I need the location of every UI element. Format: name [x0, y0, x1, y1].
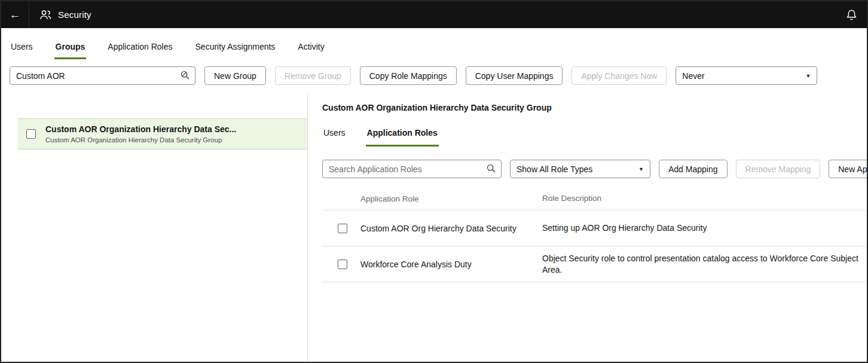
role-description-cell: Object Security role to control presenta… — [542, 253, 867, 276]
apply-schedule-value: Never — [682, 71, 798, 81]
back-button[interactable]: ← — [1, 1, 29, 28]
remove-group-button[interactable]: Remove Group — [275, 66, 351, 85]
group-row-checkbox[interactable] — [26, 129, 36, 139]
group-detail-panel: Custom AOR Organization Hierarchy Data S… — [308, 93, 867, 363]
role-name-cell: Workforce Core Analysis Duty — [360, 260, 542, 269]
group-detail-title: Custom AOR Organization Hierarchy Data S… — [322, 103, 867, 112]
application-roles-table: Application Role Role Description Custom… — [322, 188, 867, 282]
group-item-subtitle: Custom AOR Organization Hierarchy Data S… — [45, 136, 236, 144]
remove-mapping-button[interactable]: Remove Mapping — [736, 160, 821, 178]
chevron-down-icon: ▼ — [638, 166, 644, 172]
role-search-box — [322, 160, 502, 178]
tab-users[interactable]: Users — [10, 33, 34, 59]
main-tab-bar: Users Groups Application Roles Security … — [1, 28, 867, 59]
notifications-bell-icon[interactable] — [846, 9, 857, 21]
chevron-down-icon: ▼ — [805, 73, 811, 79]
header-divider — [29, 1, 29, 28]
tab-groups[interactable]: Groups — [54, 33, 87, 59]
role-description-cell: Setting up AOR Org Hierarchy Data Securi… — [542, 222, 867, 234]
search-icon[interactable] — [486, 163, 497, 174]
app-header: ← Security — [1, 1, 867, 28]
new-application-role-button[interactable]: New Ap — [829, 160, 867, 178]
group-search-box — [10, 66, 195, 85]
apply-schedule-dropdown[interactable]: Never ▼ — [676, 66, 817, 85]
role-type-filter-value: Show All Role Types — [516, 164, 631, 174]
group-list-item-selected[interactable]: Custom AOR Organization Hierarchy Data S… — [18, 118, 307, 150]
security-console-window: ← Security Users Groups Application Role… — [0, 0, 868, 363]
apply-changes-now-button[interactable]: Apply Changes Now — [571, 66, 667, 85]
tab-activity[interactable]: Activity — [297, 33, 325, 59]
content-area: Custom AOR Organization Hierarchy Data S… — [1, 93, 867, 363]
group-search-input[interactable] — [10, 66, 195, 85]
copy-user-mappings-button[interactable]: Copy User Mappings — [466, 66, 563, 85]
group-item-title: Custom AOR Organization Hierarchy Data S… — [45, 124, 236, 134]
role-type-filter-dropdown[interactable]: Show All Role Types ▼ — [510, 160, 650, 178]
detail-tab-bar: Users Application Roles — [322, 122, 867, 147]
detail-tab-application-roles[interactable]: Application Roles — [366, 122, 439, 147]
detail-tab-users[interactable]: Users — [322, 122, 347, 147]
role-row-checkbox[interactable] — [338, 224, 347, 233]
application-roles-toolbar: Show All Role Types ▼ Add Mapping Remove… — [322, 160, 867, 178]
add-mapping-button[interactable]: Add Mapping — [659, 160, 728, 178]
group-list-panel: Custom AOR Organization Hierarchy Data S… — [1, 93, 308, 363]
security-users-icon — [39, 9, 52, 21]
column-header-role-description: Role Description — [542, 193, 867, 204]
table-row[interactable]: Workforce Core Analysis Duty Object Secu… — [322, 246, 867, 282]
tab-security-assignments[interactable]: Security Assignments — [194, 33, 277, 59]
page-title: Security — [58, 10, 91, 20]
column-header-application-role: Application Role — [360, 194, 542, 203]
table-row[interactable]: Custom AOR Org Hierarchy Data Security S… — [322, 211, 867, 246]
group-item-text: Custom AOR Organization Hierarchy Data S… — [45, 124, 236, 144]
tab-application-roles[interactable]: Application Roles — [106, 33, 173, 59]
copy-role-mappings-button[interactable]: Copy Role Mappings — [360, 66, 457, 85]
role-row-checkbox[interactable] — [338, 260, 347, 269]
clear-search-icon[interactable] — [180, 70, 191, 81]
new-group-button[interactable]: New Group — [204, 66, 266, 85]
table-header-row: Application Role Role Description — [322, 188, 867, 211]
role-name-cell: Custom AOR Org Hierarchy Data Security — [360, 224, 542, 233]
role-search-input[interactable] — [322, 160, 502, 178]
groups-toolbar: New Group Remove Group Copy Role Mapping… — [1, 59, 867, 93]
